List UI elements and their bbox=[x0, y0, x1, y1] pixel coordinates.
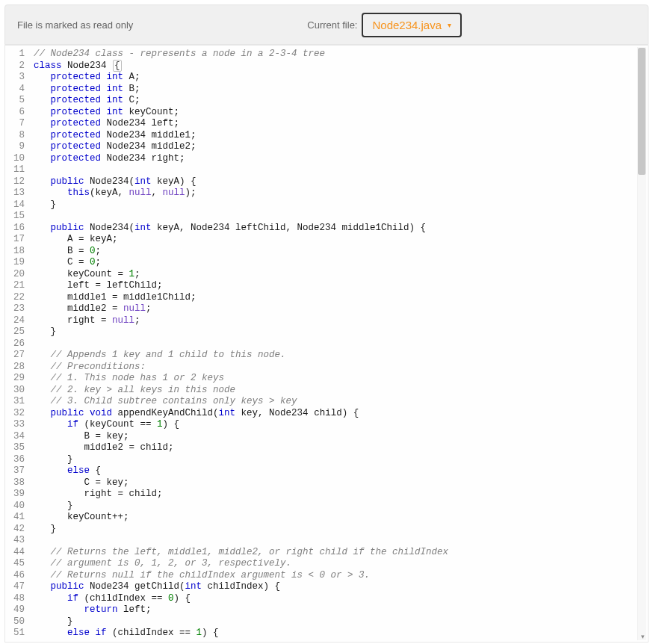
line-number: 24 bbox=[5, 315, 25, 327]
line-number: 5 bbox=[5, 95, 25, 107]
line-number: 50 bbox=[5, 616, 25, 628]
code-line[interactable] bbox=[34, 535, 648, 547]
scrollbar-thumb[interactable] bbox=[638, 48, 646, 175]
code-line[interactable]: class Node234 { bbox=[34, 61, 648, 72]
line-number: 44 bbox=[5, 547, 25, 559]
line-number: 7 bbox=[5, 118, 25, 130]
line-number: 20 bbox=[5, 269, 25, 281]
code-line[interactable]: protected Node234 right; bbox=[34, 153, 648, 165]
code-line[interactable]: B = 0; bbox=[34, 246, 648, 258]
code-line[interactable]: protected int C; bbox=[34, 95, 648, 107]
code-line[interactable]: public Node234(int keyA) { bbox=[34, 176, 648, 188]
line-number: 1 bbox=[5, 49, 25, 61]
code-line[interactable] bbox=[34, 338, 648, 350]
code-line[interactable]: middle2 = null; bbox=[34, 303, 648, 315]
line-number: 38 bbox=[5, 477, 25, 489]
code-line[interactable]: keyCount = 1; bbox=[34, 269, 648, 281]
line-number: 46 bbox=[5, 570, 25, 582]
line-number: 33 bbox=[5, 419, 25, 431]
code-line[interactable] bbox=[34, 211, 648, 223]
code-line[interactable] bbox=[34, 164, 648, 176]
line-number: 49 bbox=[5, 604, 25, 616]
code-line[interactable]: } bbox=[34, 454, 648, 466]
code-line[interactable]: public void appendKeyAndChild(int key, N… bbox=[34, 408, 648, 420]
line-number: 2 bbox=[5, 61, 25, 72]
line-gutter: 1234567891011121314151617181920212223242… bbox=[5, 46, 29, 642]
line-number: 17 bbox=[5, 234, 25, 246]
code-line[interactable]: C = key; bbox=[34, 477, 648, 489]
code-line[interactable]: protected Node234 middle2; bbox=[34, 141, 648, 153]
line-number: 48 bbox=[5, 593, 25, 605]
chevron-down-icon: ▾ bbox=[448, 21, 451, 29]
code-line[interactable]: return left; bbox=[34, 604, 648, 616]
file-select-dropdown[interactable]: Node234.java ▾ bbox=[362, 13, 462, 37]
code-line[interactable]: } bbox=[34, 199, 648, 211]
line-number: 32 bbox=[5, 408, 25, 420]
line-number: 9 bbox=[5, 141, 25, 153]
code-line[interactable]: B = key; bbox=[34, 431, 648, 443]
current-file-label: Current file: bbox=[307, 19, 357, 31]
code-line[interactable]: // 1. This node has 1 or 2 keys bbox=[34, 373, 648, 385]
code-line[interactable]: else { bbox=[34, 465, 648, 477]
code-line[interactable]: // Node234 class - represents a node in … bbox=[34, 49, 648, 61]
line-number: 25 bbox=[5, 326, 25, 338]
code-line[interactable]: left = leftChild; bbox=[34, 280, 648, 292]
code-line[interactable]: right = child; bbox=[34, 489, 648, 501]
code-line[interactable]: if (childIndex == 0) { bbox=[34, 593, 648, 605]
code-line[interactable]: // Appends 1 key and 1 child to this nod… bbox=[34, 350, 648, 362]
code-line[interactable]: } bbox=[34, 326, 648, 338]
code-line[interactable]: // argument is 0, 1, 2, or 3, respective… bbox=[34, 558, 648, 570]
line-number: 28 bbox=[5, 362, 25, 374]
line-number: 45 bbox=[5, 558, 25, 570]
line-number: 37 bbox=[5, 465, 25, 477]
line-number: 4 bbox=[5, 84, 25, 96]
file-select-filename: Node234.java bbox=[372, 19, 442, 31]
line-number: 35 bbox=[5, 442, 25, 454]
code-line[interactable]: // 3. Child subtree contains only keys >… bbox=[34, 396, 648, 408]
line-number: 3 bbox=[5, 72, 25, 84]
header-bar: File is marked as read only Current file… bbox=[4, 4, 649, 45]
code-line[interactable]: right = null; bbox=[34, 315, 648, 327]
code-line[interactable]: C = 0; bbox=[34, 257, 648, 269]
line-number: 42 bbox=[5, 524, 25, 536]
code-line[interactable]: } bbox=[34, 501, 648, 513]
line-number: 19 bbox=[5, 257, 25, 269]
code-line[interactable]: // Returns the left, middle1, middle2, o… bbox=[34, 547, 648, 559]
code-line[interactable]: protected Node234 left; bbox=[34, 118, 648, 130]
line-number: 51 bbox=[5, 628, 25, 640]
code-line[interactable]: public Node234(int keyA, Node234 leftChi… bbox=[34, 223, 648, 235]
code-line[interactable]: keyCount++; bbox=[34, 512, 648, 524]
line-number: 18 bbox=[5, 246, 25, 258]
line-number: 30 bbox=[5, 385, 25, 397]
line-number: 39 bbox=[5, 489, 25, 501]
code-line[interactable]: } bbox=[34, 616, 648, 628]
scroll-down-icon[interactable]: ▾ bbox=[639, 633, 646, 640]
code-line[interactable]: public Node234 getChild(int childIndex) … bbox=[34, 581, 648, 593]
line-number: 41 bbox=[5, 512, 25, 524]
code-line[interactable]: protected int B; bbox=[34, 84, 648, 96]
code-line[interactable]: middle2 = child; bbox=[34, 442, 648, 454]
line-number: 31 bbox=[5, 396, 25, 408]
code-line[interactable]: protected Node234 middle1; bbox=[34, 130, 648, 142]
code-line[interactable]: // Returns null if the childIndex argume… bbox=[34, 570, 648, 582]
line-number: 14 bbox=[5, 199, 25, 211]
code-area[interactable]: // Node234 class - represents a node in … bbox=[29, 46, 648, 642]
vertical-scrollbar[interactable] bbox=[637, 47, 646, 640]
code-line[interactable]: } bbox=[34, 524, 648, 536]
line-number: 36 bbox=[5, 454, 25, 466]
code-line[interactable]: else if (childIndex == 1) { bbox=[34, 628, 648, 640]
code-line[interactable]: middle1 = middle1Child; bbox=[34, 292, 648, 304]
code-line[interactable]: A = keyA; bbox=[34, 234, 648, 246]
code-line[interactable]: this(keyA, null, null); bbox=[34, 188, 648, 199]
line-number: 43 bbox=[5, 535, 25, 547]
line-number: 23 bbox=[5, 303, 25, 315]
code-editor[interactable]: 1234567891011121314151617181920212223242… bbox=[4, 45, 649, 643]
line-number: 21 bbox=[5, 280, 25, 292]
code-line[interactable]: // Preconditions: bbox=[34, 362, 648, 374]
code-line[interactable]: if (keyCount == 1) { bbox=[34, 419, 648, 431]
code-line[interactable]: protected int keyCount; bbox=[34, 107, 648, 119]
code-line[interactable]: // 2. key > all keys in this node bbox=[34, 385, 648, 397]
line-number: 12 bbox=[5, 176, 25, 188]
line-number: 15 bbox=[5, 211, 25, 223]
code-line[interactable]: protected int A; bbox=[34, 72, 648, 84]
